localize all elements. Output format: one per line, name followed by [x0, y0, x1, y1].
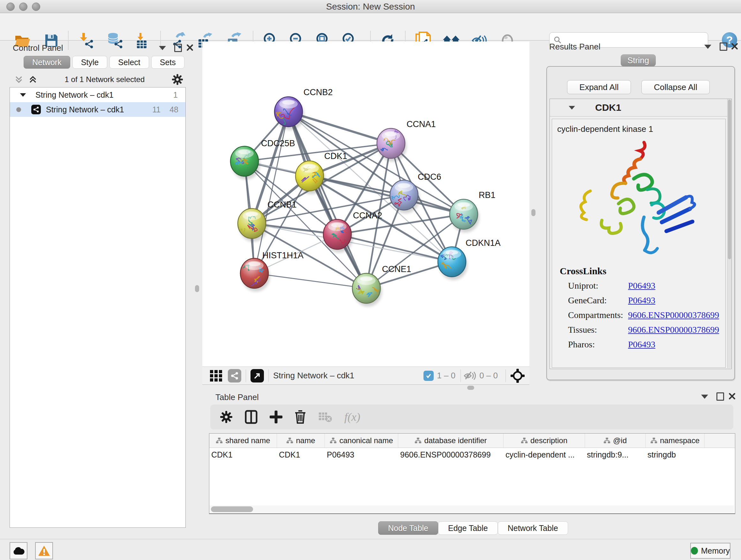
- table-cell[interactable]: CDK1: [209, 450, 277, 459]
- column-header-database-identifier[interactable]: database identifier: [398, 434, 503, 448]
- horizontal-splitter-handle[interactable]: [467, 386, 474, 390]
- crosslinks-heading: CrossLinks: [560, 266, 725, 276]
- collapse-panel-icon[interactable]: [704, 44, 711, 50]
- node-RB1[interactable]: [450, 199, 479, 233]
- control-panel: Control Panel NetworkStyleSelectSets 1 o…: [6, 42, 189, 530]
- collapse-all-button[interactable]: Collapse All: [642, 80, 710, 94]
- table-cell[interactable]: stringdb:9...: [585, 450, 646, 459]
- protein-results-scroll: CDK1 cyclin-dependent kinase 1: [549, 99, 732, 369]
- table-row[interactable]: CDK1CDK1P064939606.ENSP00000378699cyclin…: [209, 448, 735, 461]
- grid-view-icon[interactable]: [209, 369, 223, 383]
- table-cell[interactable]: cyclin-dependent ...: [503, 450, 585, 459]
- expand-all-button[interactable]: Expand All: [567, 80, 631, 94]
- cloud-button[interactable]: [10, 542, 27, 559]
- network-options-gear-icon[interactable]: [172, 74, 183, 85]
- tab-sets[interactable]: Sets: [151, 56, 185, 69]
- node-CCNB2[interactable]: [273, 97, 304, 130]
- collapse-panel-icon[interactable]: [159, 46, 166, 51]
- table-cell[interactable]: CDK1: [277, 450, 325, 459]
- detach-view-icon[interactable]: [251, 369, 264, 382]
- network-view-canvas[interactable]: CCNB2CCNA1CDC25BCDK1CDC6RB1CCNB1CCNA2CDK…: [202, 42, 529, 367]
- cloud-icon: [12, 546, 24, 555]
- crosslink-label: Uniprot:: [568, 281, 628, 291]
- crosslink-link[interactable]: P06493: [628, 281, 656, 291]
- collapse-panel-icon[interactable]: [701, 394, 708, 400]
- table-cell[interactable]: P06493: [325, 450, 398, 459]
- close-panel-icon[interactable]: [186, 44, 193, 51]
- float-panel-icon[interactable]: [174, 44, 182, 53]
- tree-icon: [521, 437, 528, 444]
- crosslink-link[interactable]: 9606.ENSP00000378699: [628, 310, 719, 320]
- protein-expander-icon[interactable]: [569, 106, 575, 110]
- show-columns-icon[interactable]: [245, 410, 258, 424]
- protein-section-header[interactable]: CDK1: [550, 99, 731, 117]
- table-cell[interactable]: 9606.ENSP00000378699: [398, 450, 503, 459]
- delete-column-trash-icon[interactable]: [294, 410, 306, 424]
- left-splitter-handle[interactable]: [195, 285, 199, 292]
- memory-button[interactable]: Memory: [690, 543, 731, 559]
- node-CCNA1[interactable]: [377, 128, 407, 162]
- crosslink-link[interactable]: P06493: [628, 295, 656, 306]
- node-CCNE1[interactable]: [352, 273, 382, 307]
- close-panel-icon[interactable]: [731, 43, 738, 50]
- crosslink-label: Tissues:: [568, 325, 628, 335]
- string-app-icon: [31, 105, 41, 114]
- tab-network-table[interactable]: Network Table: [498, 521, 568, 535]
- column-header-canonical-name[interactable]: canonical name: [325, 434, 398, 448]
- table-toolbar: f(x): [210, 405, 733, 429]
- results-scrollbar[interactable]: [727, 99, 731, 368]
- float-panel-icon[interactable]: [717, 392, 724, 402]
- network-collection-row[interactable]: String Network – cdk1 1: [10, 87, 185, 102]
- table-cell[interactable]: stringdb: [646, 450, 704, 459]
- node-label: CDK1: [324, 151, 347, 161]
- collection-expander-icon[interactable]: [20, 93, 26, 97]
- float-panel-icon[interactable]: [720, 43, 727, 52]
- network-overview-icon[interactable]: [228, 369, 241, 382]
- node-label: CCNB1: [267, 200, 297, 209]
- node-CDC25B[interactable]: [230, 146, 260, 179]
- column-header-@id[interactable]: @id: [585, 434, 646, 448]
- tab-network[interactable]: Network: [23, 56, 70, 69]
- tree-icon: [286, 437, 293, 444]
- birdseye-crosshair-icon[interactable]: [510, 368, 525, 383]
- table-horizontal-scrollbar[interactable]: [210, 505, 734, 513]
- network-list: String Network – cdk1 1 String Network –…: [10, 87, 186, 528]
- column-header-shared-name[interactable]: shared name: [209, 434, 277, 448]
- network-row[interactable]: String Network – cdk1 11 48: [10, 102, 185, 117]
- node-CDC6[interactable]: [390, 180, 420, 213]
- string-results-container: Expand All Collapse All CDK1 cyclin-depe…: [546, 66, 735, 380]
- function-builder-icon[interactable]: f(x): [344, 410, 360, 424]
- protein-details: cyclin-dependent kinase 1: [552, 119, 726, 368]
- column-header-name[interactable]: name: [277, 434, 325, 448]
- collapse-all-networks-icon[interactable]: [28, 75, 38, 84]
- tab-edge-table[interactable]: Edge Table: [438, 521, 498, 535]
- selected-nodes-checkbox-icon[interactable]: [423, 371, 434, 381]
- crosslink-link[interactable]: 9606.ENSP00000378699: [628, 325, 719, 335]
- edge[interactable]: [254, 273, 366, 288]
- close-panel-icon[interactable]: [729, 393, 736, 400]
- delete-table-icon[interactable]: [318, 411, 332, 423]
- add-column-plus-icon[interactable]: [270, 411, 282, 423]
- column-header-description[interactable]: description: [503, 434, 585, 448]
- node-CDKN1A[interactable]: [438, 247, 468, 280]
- node-table[interactable]: shared namenamecanonical namedatabase id…: [209, 433, 735, 514]
- warning-button[interactable]: [35, 542, 53, 559]
- tab-node-table[interactable]: Node Table: [378, 521, 438, 535]
- tab-style[interactable]: Style: [72, 56, 108, 69]
- string-network-graph[interactable]: CCNB2CCNA1CDC25BCDK1CDC6RB1CCNB1CCNA2CDK…: [202, 42, 529, 367]
- protein-structure-image: [571, 137, 699, 261]
- table-options-gear-icon[interactable]: [220, 411, 232, 423]
- hidden-items-eye-slash-icon[interactable]: [463, 369, 476, 382]
- hidden-count: 0 – 0: [479, 371, 498, 381]
- crosslink-row: Uniprot:P06493: [552, 278, 725, 293]
- expand-all-networks-icon[interactable]: [14, 75, 23, 84]
- column-header-namespace[interactable]: namespace: [646, 434, 704, 448]
- tab-string[interactable]: String: [621, 54, 656, 66]
- tab-select[interactable]: Select: [110, 56, 149, 69]
- edge[interactable]: [288, 112, 366, 288]
- crosslink-link[interactable]: P06493: [628, 339, 656, 350]
- scrollbar-thumb[interactable]: [211, 506, 253, 512]
- node-CDK1[interactable]: [295, 161, 325, 194]
- right-splitter-handle[interactable]: [531, 209, 536, 216]
- node-HIST1H1A[interactable]: [240, 258, 270, 292]
